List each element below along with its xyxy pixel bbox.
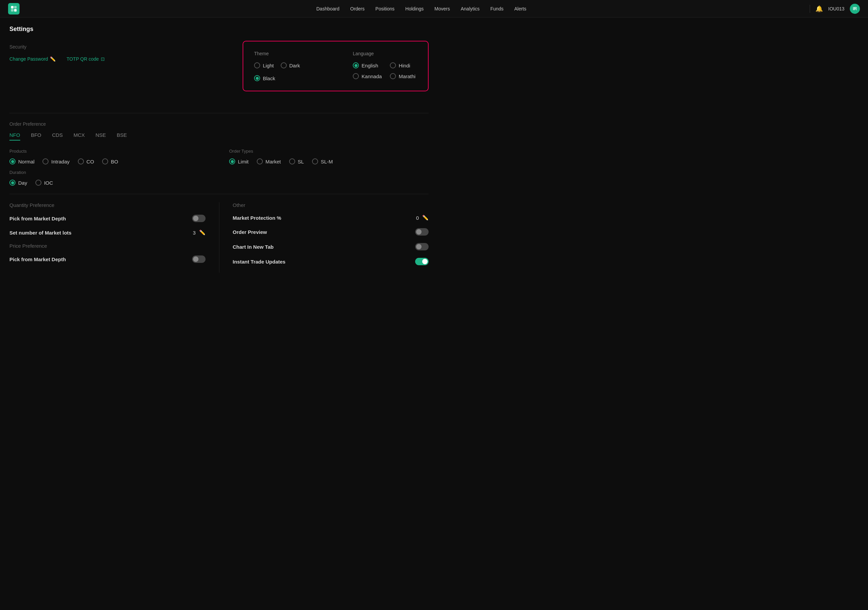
other-col: Other Market Protection % 0 ✏️ Order Pre… bbox=[219, 202, 429, 273]
lower-row: Quantity Preference Pick from Market Dep… bbox=[9, 202, 429, 273]
svg-rect-3 bbox=[14, 9, 17, 11]
tab-bfo[interactable]: BFO bbox=[31, 132, 42, 141]
duration-section: Duration Day IOC bbox=[9, 170, 429, 186]
lang-hindi[interactable]: Hindi bbox=[390, 62, 417, 68]
product-co[interactable]: CO bbox=[78, 158, 95, 165]
product-intraday[interactable]: Intraday bbox=[42, 158, 70, 165]
lang-marathi[interactable]: Marathi bbox=[390, 73, 417, 79]
bell-icon[interactable]: 🔔 bbox=[815, 5, 823, 12]
theme-dark-radio[interactable] bbox=[281, 62, 287, 68]
lang-kannada-radio[interactable] bbox=[353, 73, 359, 79]
lang-english[interactable]: English bbox=[353, 62, 382, 68]
instant-trade-toggle[interactable] bbox=[415, 258, 429, 265]
order-tabs: NFO BFO CDS MCX NSE BSE bbox=[9, 132, 429, 141]
totp-qr-link[interactable]: TOTP QR code ⊡ bbox=[67, 56, 105, 62]
order-preview-toggle[interactable] bbox=[415, 228, 429, 236]
svg-rect-1 bbox=[14, 6, 17, 8]
tab-nse[interactable]: NSE bbox=[96, 132, 106, 141]
products-options: Normal Intraday CO BO bbox=[9, 158, 209, 165]
language-title: Language bbox=[353, 51, 417, 56]
nav-alerts[interactable]: Alerts bbox=[514, 6, 526, 11]
divider-2 bbox=[9, 194, 429, 194]
type-slm-radio[interactable] bbox=[312, 158, 318, 165]
settings-body: Security Change Password ✏️ TOTP QR code… bbox=[9, 41, 429, 273]
user-avatar[interactable]: IR bbox=[850, 4, 860, 14]
order-types-options: Limit Market SL SL-M bbox=[229, 158, 429, 165]
security-section: Security Change Password ✏️ TOTP QR code… bbox=[9, 41, 117, 62]
lang-english-radio[interactable] bbox=[353, 62, 359, 68]
product-normal[interactable]: Normal bbox=[9, 158, 34, 165]
nav-divider bbox=[810, 5, 810, 13]
market-protection-edit: 0 ✏️ bbox=[416, 215, 429, 221]
type-limit-radio[interactable] bbox=[229, 158, 235, 165]
product-normal-radio[interactable] bbox=[9, 158, 16, 165]
change-password-link[interactable]: Change Password ✏️ bbox=[9, 56, 56, 62]
products-label: Products bbox=[9, 149, 209, 154]
svg-rect-0 bbox=[11, 6, 14, 8]
type-limit[interactable]: Limit bbox=[229, 158, 249, 165]
price-pref-title: Price Preference bbox=[9, 243, 206, 249]
top-row: Security Change Password ✏️ TOTP QR code… bbox=[9, 41, 429, 102]
tab-bse[interactable]: BSE bbox=[116, 132, 127, 141]
set-market-lots-label: Set number of Market lots bbox=[9, 230, 71, 236]
navbar: Dashboard Orders Positions Holdings Move… bbox=[0, 0, 868, 17]
market-lots-edit-icon[interactable]: ✏️ bbox=[199, 230, 206, 236]
type-market-radio[interactable] bbox=[257, 158, 263, 165]
main-content: Settings Security Change Password ✏️ TOT… bbox=[0, 17, 438, 281]
quantity-col: Quantity Preference Pick from Market Dep… bbox=[9, 202, 219, 273]
quantity-pref-title: Quantity Preference bbox=[9, 202, 206, 208]
type-market[interactable]: Market bbox=[257, 158, 281, 165]
nav-right: 🔔 IOU013 IR bbox=[810, 4, 860, 14]
theme-lang-panel: Theme Light Dark Black bbox=[243, 41, 429, 92]
nav-dashboard[interactable]: Dashboard bbox=[316, 6, 339, 11]
other-title: Other bbox=[233, 202, 429, 208]
duration-day-radio[interactable] bbox=[9, 180, 16, 186]
theme-light-radio[interactable] bbox=[254, 62, 260, 68]
product-co-radio[interactable] bbox=[78, 158, 84, 165]
market-protection-value: 0 bbox=[416, 215, 419, 221]
lang-kannada[interactable]: Kannada bbox=[353, 73, 382, 79]
price-pick-depth-label: Pick from Market Depth bbox=[9, 256, 66, 262]
price-pick-depth-toggle[interactable] bbox=[192, 255, 206, 263]
theme-black-radio[interactable] bbox=[254, 75, 260, 81]
type-slm[interactable]: SL-M bbox=[312, 158, 333, 165]
duration-day[interactable]: Day bbox=[9, 180, 27, 186]
market-protection-label: Market Protection % bbox=[233, 215, 281, 221]
order-types-label: Order Types bbox=[229, 149, 429, 154]
theme-dark[interactable]: Dark bbox=[281, 62, 300, 68]
duration-ioc[interactable]: IOC bbox=[36, 180, 53, 186]
theme-light[interactable]: Light bbox=[254, 62, 274, 68]
product-intraday-radio[interactable] bbox=[42, 158, 48, 165]
logo[interactable] bbox=[8, 3, 20, 14]
type-sl-radio[interactable] bbox=[289, 158, 295, 165]
product-bo[interactable]: BO bbox=[102, 158, 118, 165]
lang-marathi-radio[interactable] bbox=[390, 73, 396, 79]
price-pick-depth-row: Pick from Market Depth bbox=[9, 255, 206, 263]
market-protection-edit-icon[interactable]: ✏️ bbox=[422, 215, 429, 221]
tab-cds[interactable]: CDS bbox=[52, 132, 63, 141]
nav-orders[interactable]: Orders bbox=[350, 6, 364, 11]
theme-options: Light Dark Black bbox=[254, 62, 326, 81]
duration-ioc-radio[interactable] bbox=[36, 180, 42, 186]
product-bo-radio[interactable] bbox=[102, 158, 108, 165]
order-preview-row: Order Preview bbox=[233, 228, 429, 236]
edit-password-icon: ✏️ bbox=[50, 56, 56, 62]
chart-new-tab-toggle[interactable] bbox=[415, 243, 429, 250]
theme-black[interactable]: Black bbox=[254, 75, 275, 81]
prefs-grid: Products Normal Intraday CO bbox=[9, 149, 429, 165]
pick-market-depth-toggle[interactable] bbox=[192, 215, 206, 222]
nav-links: Dashboard Orders Positions Holdings Move… bbox=[33, 6, 810, 11]
nav-movers[interactable]: Movers bbox=[434, 6, 450, 11]
instant-trade-row: Instant Trade Updates bbox=[233, 258, 429, 265]
nav-analytics[interactable]: Analytics bbox=[460, 6, 479, 11]
theme-title: Theme bbox=[254, 51, 326, 56]
nav-funds[interactable]: Funds bbox=[490, 6, 504, 11]
tab-nfo[interactable]: NFO bbox=[9, 132, 20, 141]
nav-holdings[interactable]: Holdings bbox=[405, 6, 423, 11]
lang-hindi-radio[interactable] bbox=[390, 62, 396, 68]
type-sl[interactable]: SL bbox=[289, 158, 304, 165]
set-market-lots-row: Set number of Market lots 3 ✏️ bbox=[9, 230, 206, 236]
market-lots-edit: 3 ✏️ bbox=[193, 230, 205, 236]
nav-positions[interactable]: Positions bbox=[375, 6, 395, 11]
tab-mcx[interactable]: MCX bbox=[73, 132, 85, 141]
